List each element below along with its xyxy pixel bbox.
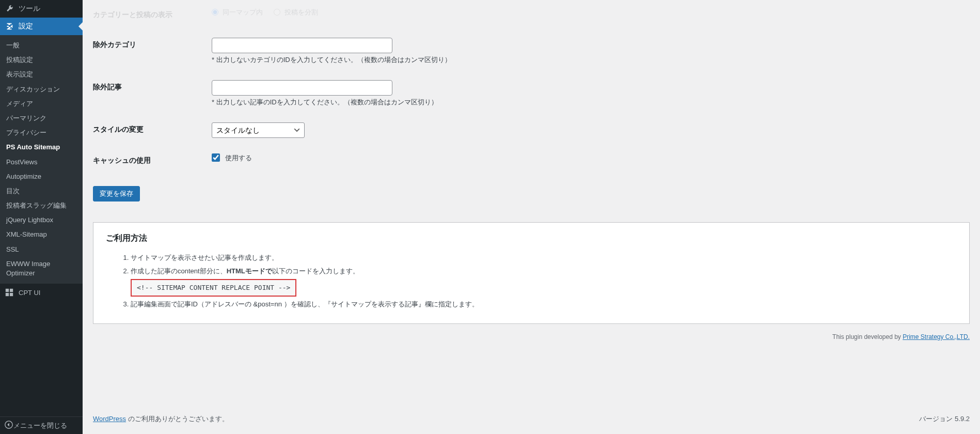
- menu-settings-label: 設定: [19, 22, 33, 31]
- submenu-item-9[interactable]: Autoptimize: [0, 169, 83, 184]
- footer-thanks: のご利用ありがとうございます。: [126, 415, 229, 423]
- developer-link[interactable]: Prime Strategy Co.,LTD.: [903, 333, 970, 340]
- settings-submenu: 一般投稿設定表示設定ディスカッションメディアパーマリンクプライバシーPS Aut…: [0, 35, 83, 284]
- submenu-item-7[interactable]: PS Auto Sitemap: [0, 140, 83, 154]
- submenu-item-10[interactable]: 目次: [0, 184, 83, 198]
- submenu-item-0[interactable]: 一般: [0, 38, 83, 53]
- submenu-item-12[interactable]: jQuery Lightbox: [0, 213, 83, 227]
- menu-tools[interactable]: ツール: [0, 0, 83, 18]
- exclude-post-input[interactable]: [212, 80, 392, 96]
- exclude-category-input[interactable]: [212, 38, 392, 53]
- collapse-label: メニューを閉じる: [13, 421, 67, 430]
- usage-box: ご利用方法 サイトマップを表示させたい記事を作成します。 作成した記事のcont…: [93, 222, 970, 324]
- usage-step-2: 作成した記事のcontent部分に、HTMLモードで以下のコードを入力します。 …: [131, 265, 957, 298]
- wrench-icon: [4, 4, 14, 14]
- developer-credit: This plugin developed by Prime Strategy …: [93, 333, 970, 340]
- menu-cpt-ui[interactable]: CPT UI: [0, 284, 83, 301]
- submenu-item-8[interactable]: PostViews: [0, 155, 83, 169]
- style-select[interactable]: スタイルなし: [212, 122, 305, 138]
- usage-step-3: 記事編集画面で記事ID（アドレスバーの &post=nn ）を確認し、『サイトマ…: [131, 298, 957, 311]
- exclude-post-desc: * 出力しない記事のIDを入力してください。（複数の場合はカンマ区切り）: [212, 98, 965, 107]
- cache-checkbox[interactable]: [212, 153, 220, 162]
- row-exclude-category-label: 除外カテゴリ: [93, 30, 207, 72]
- menu-cpt-label: CPT UI: [19, 289, 40, 297]
- submenu-item-2[interactable]: 表示設定: [0, 67, 83, 82]
- collapse-icon: [4, 420, 13, 431]
- main-content: カテゴリーと投稿の表示 同一マップ内 投稿を分割 除外カテゴリ * 出力しないカ…: [83, 0, 980, 434]
- radio-same-map[interactable]: 同一マップ内: [212, 8, 263, 16]
- row-style-label: スタイルの変更: [93, 115, 207, 146]
- cpt-icon: [4, 287, 14, 298]
- cache-checkbox-label[interactable]: 使用する: [212, 154, 252, 162]
- submenu-item-3[interactable]: ディスカッション: [0, 82, 83, 97]
- radio-split-post[interactable]: 投稿を分割: [274, 8, 318, 16]
- sliders-icon: [4, 21, 14, 32]
- usage-title: ご利用方法: [106, 233, 957, 244]
- submenu-item-4[interactable]: メディア: [0, 97, 83, 111]
- sitemap-replace-code: <!-- SITEMAP CONTENT REPLACE POINT -->: [131, 279, 296, 297]
- submenu-item-13[interactable]: XML-Sitemap: [0, 227, 83, 242]
- menu-tools-label: ツール: [19, 4, 40, 13]
- svg-rect-0: [6, 289, 9, 292]
- wordpress-link[interactable]: WordPress: [93, 415, 126, 423]
- submenu-item-6[interactable]: プライバシー: [0, 126, 83, 140]
- submenu-item-11[interactable]: 投稿者スラッグ編集: [0, 198, 83, 213]
- row-cache-label: キャッシュの使用: [93, 146, 207, 176]
- version-text: バージョン 5.9.2: [919, 414, 970, 424]
- exclude-category-desc: * 出力しないカテゴリのIDを入力してください。（複数の場合はカンマ区切り）: [212, 55, 965, 65]
- submenu-item-1[interactable]: 投稿設定: [0, 53, 83, 67]
- svg-rect-2: [6, 293, 9, 296]
- svg-rect-1: [10, 289, 13, 292]
- menu-settings[interactable]: 設定: [0, 18, 83, 35]
- usage-step-1: サイトマップを表示させたい記事を作成します。: [131, 251, 957, 265]
- submenu-item-15[interactable]: EWWW Image Optimizer: [0, 257, 83, 281]
- submenu-item-14[interactable]: SSL: [0, 242, 83, 257]
- submenu-item-5[interactable]: パーマリンク: [0, 111, 83, 126]
- save-button[interactable]: 変更を保存: [93, 186, 140, 202]
- svg-rect-3: [10, 293, 13, 296]
- admin-sidebar: ツール 設定 一般投稿設定表示設定ディスカッションメディアパーマリンクプライバシ…: [0, 0, 83, 434]
- row-exclude-post-label: 除外記事: [93, 72, 207, 115]
- settings-form-table: カテゴリーと投稿の表示 同一マップ内 投稿を分割 除外カテゴリ * 出力しないカ…: [93, 0, 970, 176]
- collapse-menu[interactable]: メニューを閉じる: [0, 416, 83, 434]
- admin-footer: WordPress のご利用ありがとうございます。 バージョン 5.9.2: [93, 394, 970, 424]
- row-cat-post-display-label: カテゴリーと投稿の表示: [93, 10, 178, 21]
